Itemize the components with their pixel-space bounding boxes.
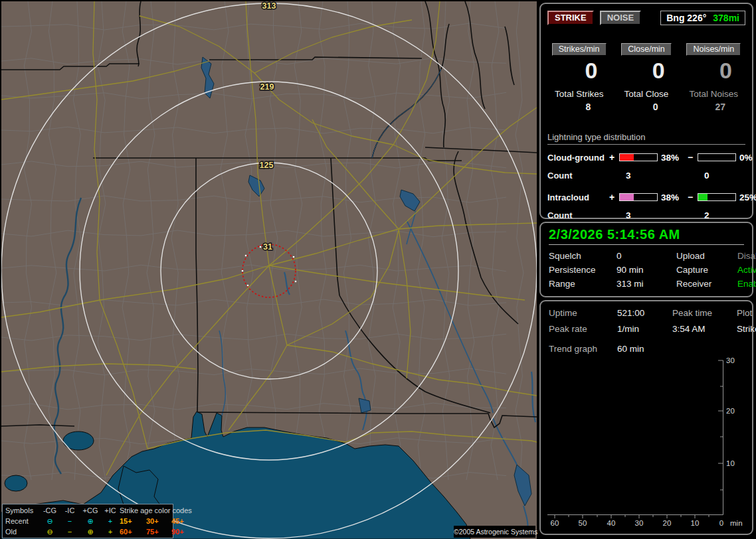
coastal-lake	[5, 475, 27, 491]
age-45: 45+	[171, 516, 197, 526]
uptime-label: Uptime	[549, 308, 617, 318]
ic-plus-bar	[619, 193, 658, 201]
age-75: 75+	[146, 526, 171, 537]
capture-status: Active	[737, 265, 756, 275]
bearing-distance: 378mi	[713, 13, 739, 23]
cg-minus-count: 0	[698, 171, 736, 181]
noise-mode-button[interactable]: NOISE	[600, 11, 641, 25]
bearing-value: Bng 226°	[666, 13, 706, 23]
x-tick-60: 60	[551, 519, 559, 527]
count-label: Count	[547, 210, 609, 220]
ring-label-313: 313	[262, 1, 276, 11]
datetime-display: 2/3/2026 5:14:56 AM	[549, 227, 744, 242]
recent-pos-ic-icon: +	[101, 516, 120, 526]
old-neg-ic-icon: −	[60, 526, 80, 537]
plus-sign: +	[609, 152, 619, 163]
cg-minus-pct: 0%	[736, 153, 756, 163]
y-tick-20: 20	[726, 407, 735, 415]
receiver-status: Enabled	[737, 279, 756, 289]
map-legend: Symbols -CG -IC +CG +IC Strike age color…	[2, 504, 173, 538]
plot-value: Strike	[737, 324, 756, 334]
legend-row-recent: Recent	[5, 516, 40, 526]
noises-per-min-value: 0	[682, 57, 745, 84]
cg-plus-pct: 38%	[658, 153, 688, 163]
cloud-ground-count-row: Count 3 0	[547, 170, 745, 181]
age-60: 60+	[120, 526, 146, 537]
total-noises-label: Total Noises	[682, 89, 745, 99]
old-neg-cg-icon: ⊖	[40, 526, 60, 537]
ic-plus-pct: 38%	[658, 193, 688, 202]
legend-symbols-header: Symbols	[5, 505, 40, 516]
noises-per-min-column: Noises/min 0 Total Noises 27	[682, 42, 745, 112]
trend-graph: 30 20 10 60 50 40 30 20 10 0 min	[541, 301, 752, 534]
copyright: ©2005 Astrogenic Systems	[454, 526, 535, 538]
legend-col-pos-cg: +CG	[80, 505, 101, 516]
x-axis-unit: min	[730, 519, 743, 527]
plus-sign: +	[609, 192, 619, 202]
peak-rate-label: Peak rate	[549, 324, 617, 334]
cg-plus-bar	[619, 153, 658, 161]
minus-sign: −	[688, 152, 698, 163]
intracloud-row: Intracloud + 38% − 25%	[547, 192, 745, 202]
recent-pos-cg-icon: ⊕	[80, 516, 101, 526]
range-value: 313 mi	[616, 279, 676, 289]
age-30: 30+	[146, 516, 171, 526]
age-15: 15+	[120, 516, 146, 526]
ic-plus-count: 3	[619, 210, 658, 220]
lightning-tracker-app: { "header": { "strike_button": "STRIKE",…	[0, 0, 756, 539]
cg-minus-bar	[698, 153, 736, 161]
cg-plus-count: 3	[619, 171, 658, 181]
bearing-readout: Bng 226° 378mi	[660, 11, 745, 25]
strikes-per-min-chip: Strikes/min	[552, 43, 607, 56]
x-tick-40: 40	[607, 519, 616, 527]
trend-tick-labels: 30 20 10 60 50 40 30 20 10 0 min	[551, 356, 743, 527]
trend-panel: Uptime 521:00 Peak time Plot Peak rate 1…	[539, 300, 753, 535]
distribution-title: Lightning type distribution	[547, 132, 745, 145]
capture-label: Capture	[676, 265, 737, 275]
close-per-min-column: Close/min 0 Total Close 0	[614, 42, 678, 112]
legend-age-title: Strike age color codes	[120, 505, 197, 516]
trend-graph-value: 60 min	[617, 344, 744, 354]
ring-label-219: 219	[260, 82, 274, 92]
ring-label-31: 31	[263, 242, 272, 252]
total-close-label: Total Close	[614, 89, 678, 99]
intracloud-label: Intracloud	[547, 193, 609, 202]
squelch-value: 0	[616, 251, 676, 261]
strike-mode-button[interactable]: STRIKE	[547, 11, 594, 25]
age-90: 90+	[171, 526, 197, 537]
count-label: Count	[547, 171, 609, 181]
legend-grid: Symbols -CG -IC +CG +IC Strike age color…	[3, 504, 173, 537]
y-tick-10: 10	[726, 459, 735, 467]
recent-neg-cg-icon: ⊖	[40, 516, 60, 526]
intracloud-count-row: Count 3 2	[547, 210, 745, 220]
minus-sign: −	[688, 192, 698, 202]
close-per-min-chip: Close/min	[621, 43, 672, 56]
peak-time-value: 3:54 AM	[672, 324, 737, 334]
legend-col-neg-cg: -CG	[40, 505, 60, 516]
noises-per-min-chip: Noises/min	[686, 43, 741, 56]
x-tick-10: 10	[691, 519, 700, 527]
trend-axes	[547, 360, 723, 518]
range-label: Range	[549, 279, 616, 289]
persistence-label: Persistence	[549, 265, 616, 275]
receiver-label: Receiver	[676, 279, 737, 289]
legend-col-neg-ic: -IC	[60, 505, 80, 516]
ic-minus-bar	[698, 193, 736, 201]
total-strikes-value: 8	[547, 102, 611, 112]
close-per-min-value: 0	[614, 57, 678, 84]
counters-panel: STRIKE NOISE Bng 226° 378mi Strikes/min …	[539, 3, 753, 219]
y-tick-30: 30	[726, 356, 735, 364]
strikes-per-min-column: Strikes/min 0 Total Strikes 8	[547, 42, 611, 112]
x-tick-20: 20	[663, 519, 672, 527]
persistence-value: 90 min	[616, 265, 676, 275]
ring-label-125: 125	[260, 161, 274, 170]
strikes-per-min-value: 0	[547, 57, 611, 84]
ic-minus-pct: 25%	[736, 193, 756, 202]
radar-map[interactable]: 313 219 125 31 Symbols -CG -IC +CG +IC S…	[1, 1, 535, 538]
total-close-value: 0	[614, 102, 678, 112]
x-tick-30: 30	[635, 519, 644, 527]
recent-neg-ic-icon: −	[60, 516, 80, 526]
upload-status: Disabled	[737, 251, 756, 261]
uptime-value: 521:00	[617, 308, 672, 318]
cloud-ground-row: Cloud-ground + 38% − 0%	[547, 152, 745, 163]
